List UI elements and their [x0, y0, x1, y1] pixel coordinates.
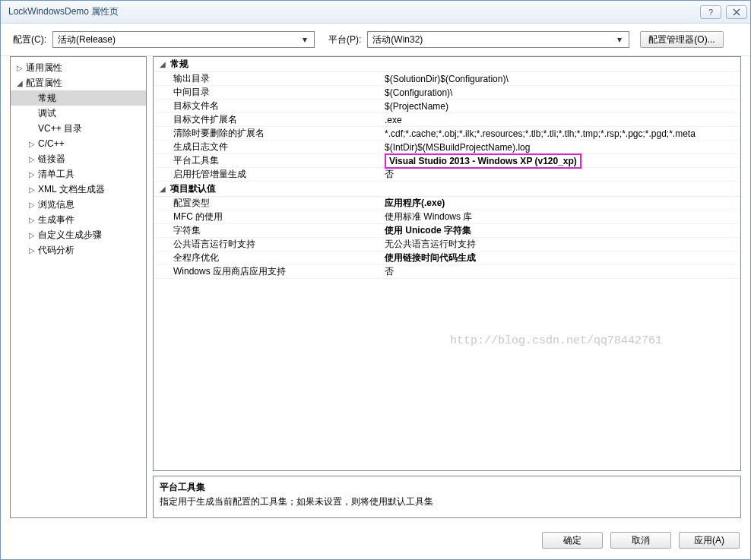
property-value: Visual Studio 2013 - Windows XP (v120_xp…: [380, 153, 740, 169]
property-value: 使用链接时间代码生成: [380, 252, 740, 264]
close-icon: [733, 8, 740, 16]
property-label: 平台工具集: [154, 154, 380, 167]
titlebar: LockWindowsDemo 属性页 ?: [1, 1, 750, 24]
platform-combo[interactable]: 活动(Win32) ▾: [367, 31, 629, 48]
tree-item[interactable]: ▷代码分析: [11, 242, 146, 258]
description-title: 平台工具集: [160, 481, 734, 494]
property-pages-dialog: LockWindowsDemo 属性页 ? 配置(C): 活动(Release)…: [0, 0, 751, 560]
tree-item[interactable]: ▷XML 文档生成器: [11, 182, 146, 197]
property-value: $(ProjectName): [380, 101, 740, 112]
property-value: 否: [380, 168, 740, 181]
property-label: 目标文件名: [154, 100, 380, 112]
property-label: MFC 的使用: [154, 210, 380, 223]
property-row[interactable]: Windows 应用商店应用支持否: [154, 265, 740, 279]
collapsed-icon: ▷: [27, 140, 36, 148]
tree-item-label: 常规: [38, 92, 56, 105]
expanded-icon: ◢: [158, 60, 167, 68]
collapsed-icon: ▷: [27, 170, 36, 179]
property-label: Windows 应用商店应用支持: [154, 265, 380, 278]
property-label: 中间目录: [154, 86, 380, 99]
tree-item[interactable]: ▷清单工具: [11, 166, 146, 182]
property-value: 否: [380, 265, 740, 278]
property-value: $(SolutionDir)$(Configuration)\: [380, 74, 740, 84]
property-label: 目标文件扩展名: [154, 113, 380, 126]
property-value: 应用程序(.exe): [380, 197, 740, 210]
property-row[interactable]: 输出目录$(SolutionDir)$(Configuration)\: [154, 72, 740, 86]
property-grid[interactable]: http://blog.csdn.net/qq78442761 ◢常规输出目录$…: [153, 56, 741, 471]
tree-item-label: 浏览信息: [38, 198, 74, 211]
property-row[interactable]: 公共语言运行时支持无公共语言运行时支持: [154, 238, 740, 252]
property-row[interactable]: MFC 的使用使用标准 Windows 库: [154, 210, 740, 224]
group-name: 项目默认值: [170, 182, 216, 195]
dialog-footer: 确定 取消 应用(A): [1, 524, 750, 559]
property-row[interactable]: 启用托管增量生成否: [154, 168, 740, 182]
tree-item-label: 生成事件: [38, 214, 74, 226]
property-row[interactable]: 目标文件名$(ProjectName): [154, 100, 740, 113]
property-value: 使用 Unicode 字符集: [380, 224, 740, 237]
tree-item-label: 配置属性: [26, 77, 62, 90]
property-row[interactable]: 中间目录$(Configuration)\: [154, 86, 740, 100]
tree-item-label: 自定义生成步骤: [38, 229, 102, 242]
window-buttons: ?: [700, 5, 747, 19]
property-row[interactable]: 生成日志文件$(IntDir)$(MSBuildProjectName).log: [154, 141, 740, 154]
expanded-icon: ◢: [158, 185, 167, 193]
property-label: 清除时要删除的扩展名: [154, 127, 380, 140]
property-label: 配置类型: [154, 197, 380, 210]
chevron-down-icon: ▾: [299, 34, 311, 45]
platform-value: 活动(Win32): [372, 33, 613, 46]
config-toolbar: 配置(C): 活动(Release) ▾ 平台(P): 活动(Win32) ▾ …: [1, 24, 750, 56]
watermark-text: http://blog.csdn.net/qq78442761: [450, 334, 662, 347]
collapsed-icon: ▷: [27, 201, 36, 209]
property-value: *.cdf;*.cache;*.obj;*.ilk;*.resources;*.…: [380, 128, 740, 139]
config-label: 配置(C):: [13, 33, 46, 46]
tree-item-label: 代码分析: [38, 244, 74, 257]
tree-item[interactable]: 常规: [11, 90, 146, 106]
config-manager-button[interactable]: 配置管理器(O)...: [640, 31, 723, 48]
description-panel: 平台工具集 指定用于生成当前配置的工具集；如果未设置，则将使用默认工具集: [153, 476, 741, 518]
collapsed-icon: ▷: [27, 246, 36, 255]
expanded-icon: ◢: [15, 79, 24, 87]
apply-button[interactable]: 应用(A): [679, 532, 740, 549]
property-value: $(IntDir)$(MSBuildProjectName).log: [380, 142, 740, 153]
help-button[interactable]: ?: [700, 5, 721, 19]
collapsed-icon: ▷: [27, 216, 36, 224]
tree-item[interactable]: ◢配置属性: [11, 75, 146, 90]
property-row[interactable]: 全程序优化使用链接时间代码生成: [154, 252, 740, 265]
collapsed-icon: ▷: [27, 185, 36, 194]
property-value: 使用标准 Windows 库: [380, 210, 740, 223]
property-value: .exe: [380, 115, 740, 125]
property-group-header[interactable]: ◢常规: [154, 57, 740, 72]
property-row[interactable]: 清除时要删除的扩展名*.cdf;*.cache;*.obj;*.ilk;*.re…: [154, 127, 740, 141]
tree-item[interactable]: ▷生成事件: [11, 212, 146, 227]
group-name: 常规: [170, 58, 189, 71]
tree-item[interactable]: ▷浏览信息: [11, 197, 146, 212]
tree-item[interactable]: ▷链接器: [11, 151, 146, 166]
tree-item-label: 调试: [38, 107, 56, 120]
window-title: LockWindowsDemo 属性页: [8, 5, 700, 18]
tree-item[interactable]: VC++ 目录: [11, 121, 146, 136]
property-label: 启用托管增量生成: [154, 168, 380, 181]
property-row[interactable]: 目标文件扩展名.exe: [154, 113, 740, 127]
right-pane: http://blog.csdn.net/qq78442761 ◢常规输出目录$…: [153, 56, 741, 518]
category-tree[interactable]: ▷通用属性◢配置属性常规调试VC++ 目录▷C/C++▷链接器▷清单工具▷XML…: [10, 56, 147, 518]
tree-item[interactable]: ▷通用属性: [11, 60, 146, 75]
property-label: 生成日志文件: [154, 141, 380, 153]
property-row[interactable]: 平台工具集Visual Studio 2013 - Windows XP (v1…: [154, 154, 740, 168]
close-button[interactable]: [726, 5, 747, 19]
config-combo[interactable]: 活动(Release) ▾: [52, 31, 315, 48]
config-value: 活动(Release): [58, 33, 299, 46]
ok-button[interactable]: 确定: [542, 532, 603, 549]
property-row[interactable]: 字符集使用 Unicode 字符集: [154, 224, 740, 238]
property-row[interactable]: 配置类型应用程序(.exe): [154, 197, 740, 210]
chevron-down-icon: ▾: [613, 34, 626, 45]
highlighted-value: Visual Studio 2013 - Windows XP (v120_xp…: [385, 153, 581, 169]
tree-item[interactable]: ▷C/C++: [11, 136, 146, 151]
tree-item-label: C/C++: [38, 138, 65, 149]
property-label: 字符集: [154, 224, 380, 237]
tree-item[interactable]: 调试: [11, 106, 146, 121]
cancel-button[interactable]: 取消: [610, 532, 671, 549]
description-text: 指定用于生成当前配置的工具集；如果未设置，则将使用默认工具集: [160, 495, 734, 508]
collapsed-icon: ▷: [27, 155, 36, 163]
tree-item[interactable]: ▷自定义生成步骤: [11, 227, 146, 242]
property-group-header[interactable]: ◢项目默认值: [154, 182, 740, 197]
